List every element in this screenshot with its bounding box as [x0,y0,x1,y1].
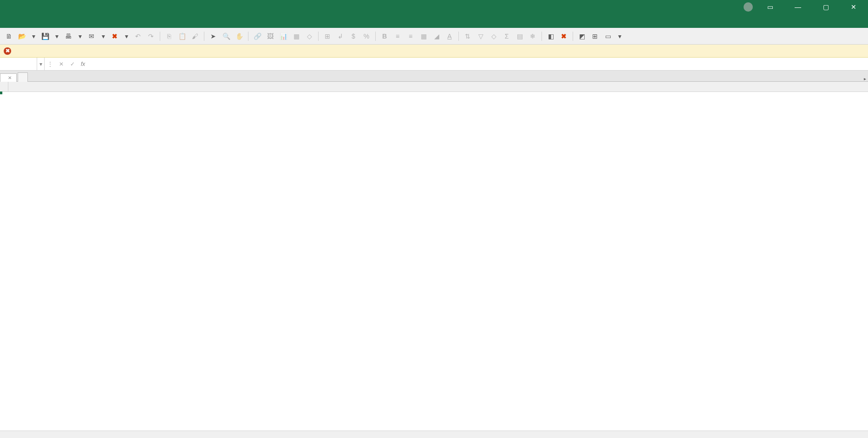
minimize-button[interactable]: — [787,0,809,14]
fx-icon[interactable]: fx [78,61,88,67]
dropdown-icon[interactable]: ▾ [29,30,38,42]
dropdown-icon[interactable]: ▾ [98,30,108,42]
screen-icon[interactable]: ▭ [602,30,614,42]
dropdown-icon[interactable]: ▾ [52,30,61,42]
align-left-icon[interactable]: ≡ [392,30,404,42]
plugin1-icon[interactable]: ◧ [545,30,557,42]
formula-bar: ▾ ⋮ ✕ ✓ fx [0,58,868,71]
format-painter-icon[interactable]: 🖌 [189,30,201,42]
chart-icon[interactable]: 📊 [277,30,289,42]
name-box[interactable] [0,58,37,70]
dropdown-icon[interactable]: ▾ [615,30,624,42]
redo-icon[interactable]: ↷ [145,30,157,42]
expand-icon[interactable]: ⋮ [45,58,56,70]
plugin-close-icon[interactable]: ✖ [558,30,570,42]
title-bar: ▭ — ▢ ✕ [0,0,868,14]
wrap-icon[interactable]: ↲ [334,30,346,42]
spreadsheet-grid[interactable] [0,82,868,431]
group-icon[interactable]: ▤ [514,30,526,42]
image-icon[interactable]: 🖼 [264,30,276,42]
clear-icon[interactable]: ◇ [488,30,500,42]
merge-icon[interactable]: ⊞ [321,30,333,42]
close-file-icon[interactable]: ✖ [109,30,121,42]
print-icon[interactable]: 🖶 [62,30,74,42]
quick-toolbar: 🗎 📂 ▾ 💾 ▾ 🖶 ▾ ✉ ▾ ✖ ▾ ↶ ↷ ⎘ 📋 🖌 ➤ 🔍 ✋ 🔗 … [0,28,868,45]
mail-icon[interactable]: ✉ [85,30,98,42]
name-box-input[interactable] [3,61,34,67]
workbook-tab-active[interactable]: ✕ [0,73,17,82]
link-icon[interactable]: 🔗 [251,30,263,42]
font-color-icon[interactable]: A [444,30,456,42]
cancel-formula-icon[interactable]: ✕ [56,58,67,70]
column-headers [0,82,868,92]
active-cell-outline [0,92,2,94]
copy-icon[interactable]: ⎘ [163,30,175,42]
status-bar [0,431,868,438]
shapes-icon[interactable]: ◇ [303,30,315,42]
sort-icon[interactable]: ⇅ [462,30,474,42]
ribbon-display-icon[interactable]: ▭ [759,0,781,14]
fill-color-icon[interactable]: ◢ [431,30,443,42]
maximize-button[interactable]: ▢ [815,0,836,14]
accept-formula-icon[interactable]: ✓ [67,58,78,70]
dropdown-icon[interactable]: ▾ [122,30,131,42]
bold-icon[interactable]: B [379,30,391,42]
freeze-icon[interactable]: ❄ [527,30,539,42]
undo-icon[interactable]: ↶ [132,30,144,42]
paste-icon[interactable]: 📋 [176,30,188,42]
window-icon[interactable]: ⊞ [589,30,601,42]
plugin2-icon[interactable]: ◩ [576,30,588,42]
align-center-icon[interactable]: ≡ [405,30,417,42]
cursor-icon[interactable]: ➤ [207,30,219,42]
protected-view-bar: ✖ [0,45,868,58]
percent-icon[interactable]: % [360,30,372,42]
sum-icon[interactable]: Σ [501,30,513,42]
shield-warning-icon: ✖ [4,47,11,55]
tabs-scroll-right-icon[interactable]: ▸ [864,76,866,81]
zoom-icon[interactable]: 🔍 [220,30,232,42]
new-tab-button[interactable] [18,72,28,82]
table-icon[interactable]: ▦ [290,30,302,42]
workbook-tabs: ✕ ▸ [0,71,868,82]
close-tab-icon[interactable]: ✕ [8,75,12,80]
filter-icon[interactable]: ▽ [475,30,487,42]
new-icon[interactable]: 🗎 [3,30,15,42]
borders-icon[interactable]: ▦ [418,30,430,42]
save-icon[interactable]: 💾 [39,30,51,42]
name-box-dropdown-icon[interactable]: ▾ [37,58,45,70]
user-avatar[interactable] [744,2,753,12]
close-button[interactable]: ✕ [843,0,864,14]
open-icon[interactable]: 📂 [16,30,28,42]
hand-icon[interactable]: ✋ [233,30,245,42]
currency-icon[interactable]: $ [347,30,359,42]
dropdown-icon[interactable]: ▾ [75,30,85,42]
select-all-corner[interactable] [0,82,8,92]
ribbon-tabs [0,14,868,28]
